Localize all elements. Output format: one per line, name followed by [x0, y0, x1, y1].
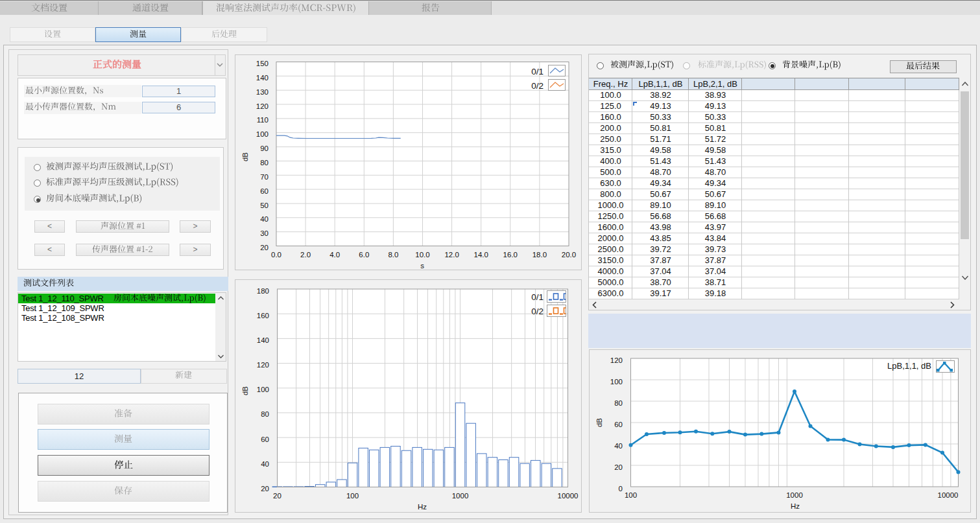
- svg-text:100: 100: [257, 386, 269, 393]
- svg-text:dB: dB: [241, 386, 249, 395]
- svg-text:dB: dB: [241, 152, 249, 161]
- svg-text:140: 140: [256, 74, 269, 82]
- svg-text:40: 40: [261, 460, 269, 468]
- svg-text:100: 100: [610, 378, 623, 386]
- svg-text:4.0: 4.0: [329, 251, 340, 259]
- svg-text:Hz: Hz: [791, 502, 800, 510]
- svg-text:80: 80: [261, 410, 269, 418]
- svg-text:18.0: 18.0: [532, 251, 547, 259]
- svg-text:150: 150: [256, 60, 269, 67]
- svg-text:50: 50: [260, 202, 269, 209]
- svg-text:0: 0: [619, 485, 623, 493]
- svg-text:120: 120: [257, 361, 269, 369]
- svg-text:6.0: 6.0: [359, 251, 369, 259]
- svg-text:10.0: 10.0: [415, 251, 429, 259]
- svg-text:60: 60: [261, 436, 269, 443]
- svg-text:10000: 10000: [558, 492, 579, 500]
- svg-text:60: 60: [614, 421, 623, 428]
- svg-text:120: 120: [610, 356, 623, 364]
- svg-text:160: 160: [257, 312, 269, 320]
- svg-text:180: 180: [257, 287, 269, 295]
- svg-text:100: 100: [256, 130, 269, 138]
- svg-text:120: 120: [256, 102, 269, 110]
- svg-text:70: 70: [260, 173, 269, 181]
- svg-text:0/2: 0/2: [531, 307, 544, 316]
- svg-text:90: 90: [260, 145, 269, 152]
- svg-text:80: 80: [614, 399, 623, 407]
- svg-text:80: 80: [260, 159, 269, 167]
- svg-text:1000: 1000: [786, 491, 803, 499]
- svg-text:20: 20: [260, 244, 269, 251]
- svg-text:2.0: 2.0: [300, 251, 311, 259]
- svg-text:s: s: [420, 262, 424, 270]
- svg-text:8.0: 8.0: [388, 251, 398, 259]
- svg-text:60: 60: [260, 187, 269, 195]
- svg-text:130: 130: [256, 88, 269, 96]
- svg-text:Hz: Hz: [418, 503, 427, 511]
- svg-text:14.0: 14.0: [474, 251, 488, 259]
- svg-text:1000: 1000: [452, 492, 469, 500]
- svg-text:12.0: 12.0: [444, 251, 459, 259]
- svg-text:0/1: 0/1: [531, 292, 544, 302]
- svg-text:10000: 10000: [938, 491, 959, 499]
- svg-text:0/1: 0/1: [531, 67, 544, 76]
- svg-text:0.0: 0.0: [271, 251, 281, 259]
- svg-text:40: 40: [260, 215, 269, 223]
- svg-text:0/2: 0/2: [531, 81, 544, 91]
- svg-text:100: 100: [346, 492, 359, 500]
- svg-text:110: 110: [257, 116, 269, 124]
- svg-text:16.0: 16.0: [503, 251, 518, 259]
- svg-text:30: 30: [260, 229, 269, 237]
- svg-text:140: 140: [257, 336, 269, 344]
- svg-text:LpB,1,1, dB: LpB,1,1, dB: [887, 361, 931, 371]
- svg-text:20.0: 20.0: [562, 251, 576, 259]
- svg-text:100: 100: [625, 491, 637, 499]
- svg-text:dB: dB: [595, 418, 603, 427]
- svg-text:40: 40: [614, 442, 623, 450]
- svg-text:20: 20: [614, 463, 623, 471]
- svg-text:20: 20: [261, 485, 269, 493]
- svg-text:20: 20: [273, 492, 281, 500]
